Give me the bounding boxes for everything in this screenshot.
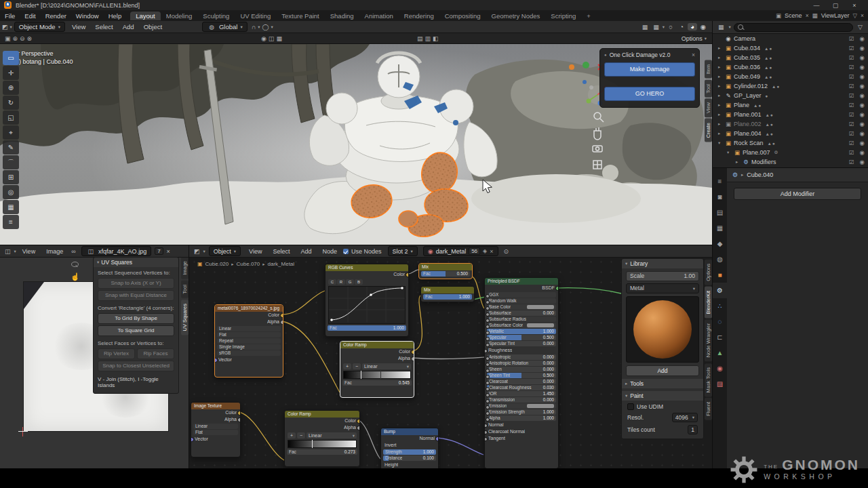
shield-icon[interactable]: ◈ — [483, 248, 487, 254]
outliner-item[interactable]: ▸ ▣ Plane.002 ▲● ☑ ◉ — [713, 119, 868, 129]
shading-mode-button[interactable]: ◔ — [677, 23, 686, 30]
viewlayer-selector[interactable]: ViewLayer — [821, 12, 850, 19]
output-socket[interactable] — [280, 320, 283, 325]
shading-mode-button[interactable]: ◕ — [688, 23, 697, 30]
maximize-button[interactable]: ▢ — [826, 2, 845, 9]
node-property-row[interactable]: Repeat — [217, 338, 281, 344]
scene-selector[interactable]: Scene — [785, 12, 802, 19]
properties-tab-particles[interactable]: ∴ — [713, 298, 727, 314]
workspace-tab[interactable]: Modeling — [161, 12, 198, 20]
material-name-field[interactable]: ◉ dark_Metal 56 ◈ × — [423, 246, 498, 256]
gizmo-toggle-icon[interactable]: ▦ — [640, 24, 650, 30]
checkbox-toggle-icon[interactable]: ☑ — [849, 159, 854, 165]
workspace-tab[interactable]: Scripting — [545, 12, 581, 20]
workspace-tab[interactable]: Geometry Nodes — [486, 12, 546, 20]
make-damage-button[interactable]: Make Damage — [604, 62, 695, 77]
menubar-menu[interactable]: Edit — [20, 12, 40, 20]
sidebar-tab[interactable]: UV Squares — [181, 300, 189, 335]
checkbox-toggle-icon[interactable]: ☑ — [849, 64, 854, 70]
outliner-item-label[interactable]: Rock Scan — [734, 140, 764, 146]
workspace-tab[interactable]: Animation — [359, 12, 399, 20]
sidebar-tab[interactable]: Tool — [705, 80, 712, 98]
node-property-row[interactable]: Specular Tint0.000 — [487, 341, 556, 346]
fac-slider[interactable]: Fac1.000 — [423, 294, 472, 300]
render-visibility-icon[interactable]: ◉ — [860, 121, 865, 127]
expand-caret-icon[interactable]: ▸ — [718, 112, 724, 117]
render-visibility-icon[interactable]: ◉ — [860, 149, 865, 156]
breadcrumb-item[interactable]: Cube.070 — [237, 261, 260, 267]
node-title[interactable]: metal0076_18970024242_s.jpg — [215, 305, 283, 312]
viewport-menu[interactable]: Select — [90, 23, 117, 30]
uv-editor-menu[interactable]: Image — [41, 248, 68, 255]
viewport-menu[interactable]: Add — [118, 23, 139, 30]
outliner-item-label[interactable]: Plane.001 — [734, 111, 762, 118]
outliner-item[interactable]: ▾ ▣ Rock Scan ▲● ☑ ◉ — [713, 138, 868, 148]
viewport-menu[interactable]: View — [67, 23, 90, 30]
zoom-icon[interactable] — [71, 262, 79, 267]
mode-dropdown[interactable]: Object Mode ▾ — [14, 22, 65, 32]
checkbox-toggle-icon[interactable]: ☑ — [849, 102, 854, 108]
workspace-tab[interactable]: Texture Paint — [276, 12, 324, 20]
node-property-row[interactable]: Invert — [381, 442, 438, 449]
expand-caret-icon[interactable]: ▾ — [727, 150, 733, 155]
render-visibility-icon[interactable]: ◉ — [860, 111, 865, 118]
select-mode-icon[interactable]: ▣ — [5, 35, 11, 42]
sidebar-tab[interactable]: Item — [705, 60, 712, 79]
outliner-search-input[interactable] — [734, 23, 853, 32]
node-property-row[interactable]: Flat — [193, 430, 238, 435]
ramp-gradient[interactable] — [288, 440, 357, 448]
output-socket[interactable] — [435, 436, 439, 441]
outliner-item-label[interactable]: Modifiers — [751, 159, 776, 165]
output-socket[interactable] — [411, 357, 414, 361]
node-property-row[interactable]: Linear — [193, 424, 238, 429]
snap-axis-button[interactable]: Snap to Axis (X or Y) — [98, 278, 174, 289]
node-property-row[interactable]: Subsurface0.000 — [487, 310, 556, 316]
render-visibility-icon[interactable]: ◉ — [860, 83, 865, 89]
output-socket[interactable] — [357, 419, 360, 424]
tool-button[interactable]: ⊞ — [3, 170, 19, 184]
properties-tab-object-data[interactable]: ▲ — [713, 345, 727, 361]
render-visibility-icon[interactable]: ◉ — [860, 54, 865, 61]
sidebar-tab[interactable]: Fluent — [705, 398, 712, 420]
input-socket[interactable] — [191, 437, 194, 442]
node-title[interactable]: RGB Curves — [326, 264, 408, 271]
node-bump[interactable]: Bump Normal InvertStrength1.000Distance0… — [380, 428, 439, 468]
checkbox-toggle-icon[interactable]: ☑ — [849, 83, 854, 89]
checkbox-toggle-icon[interactable]: ☑ — [849, 45, 854, 52]
editor-type-icon[interactable]: ◫ — [3, 248, 13, 255]
workspace-tab[interactable]: Layout — [130, 12, 161, 20]
node-mix[interactable]: Mix Fac1.000 — [420, 286, 475, 302]
checkbox-toggle-icon[interactable]: ☑ — [849, 54, 854, 61]
node-property-row[interactable]: Tangent — [485, 435, 558, 442]
outliner-item-label[interactable]: Plane.007 — [743, 149, 770, 156]
node-property-row[interactable]: Linear — [217, 326, 281, 331]
outliner-item-label[interactable]: Cube.049 — [734, 73, 760, 80]
menubar-menu[interactable]: File — [0, 12, 20, 20]
properties-tab-material[interactable]: ◉ — [713, 361, 727, 376]
outliner-item[interactable]: ▾ ▣ Plane.007 ⚙ ☑ ◉ — [713, 148, 868, 157]
expand-caret-icon[interactable]: ▾ — [718, 140, 724, 146]
add-stop-button[interactable]: + — [343, 363, 351, 369]
editor-type-icon[interactable]: ◩ — [192, 248, 202, 255]
input-socket[interactable] — [214, 358, 218, 363]
snap-magnet-icon[interactable]: ∩ — [250, 24, 258, 30]
tool-setting-icon[interactable]: ▦ — [276, 35, 282, 42]
node-property-row[interactable]: Single Image — [217, 344, 281, 350]
remove-stop-button[interactable]: − — [297, 432, 305, 439]
channel-tab[interactable]: R — [337, 279, 345, 285]
channel-tab[interactable]: G — [346, 279, 354, 285]
render-visibility-icon[interactable]: ◉ — [860, 159, 865, 165]
node-property-row[interactable]: Base Color — [487, 304, 556, 310]
tool-button[interactable]: ▭ — [3, 51, 19, 65]
output-socket[interactable] — [357, 426, 360, 430]
outliner-item[interactable]: ▸ ▣ Cube.036 ▲● ☑ ◉ — [713, 62, 868, 72]
sidebar-tab[interactable]: Options — [705, 260, 712, 285]
properties-tab-physics[interactable]: ◌ — [713, 314, 727, 329]
node-color-ramp[interactable]: Color Ramp Color Alpha + − Linear▾ Fac0.… — [284, 410, 360, 467]
output-socket[interactable] — [406, 272, 409, 277]
expand-caret-icon[interactable]: ▸ — [718, 45, 724, 51]
close-button[interactable]: × — [845, 2, 864, 9]
node-property-row[interactable]: Clearcoat Normal — [485, 428, 558, 435]
node-title[interactable]: Bump — [381, 428, 438, 435]
rip-faces-button[interactable]: Rip Faces — [137, 348, 174, 359]
